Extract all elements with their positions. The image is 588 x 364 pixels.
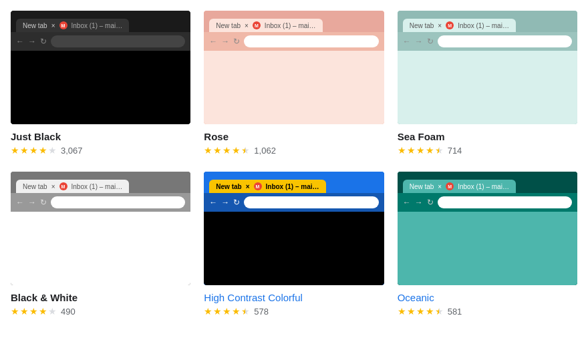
theme-name-rose: Rose [204,131,384,142]
theme-preview-just-black: New tab × M Inbox (1) – mai… ← → ↻ [11,11,190,124]
review-count-black-white: 490 [61,307,76,317]
stars-high-contrast-colorful: ★ ★ ★ ★ ★ [204,306,250,317]
address-bar: ← → ↻ [11,32,190,51]
address-bar: ← → ↻ [204,193,384,212]
address-bar: ← → ↻ [204,32,384,51]
theme-name-black-white: Black & White [11,292,190,303]
theme-name-high-contrast-colorful: High Contrast Colorful [204,292,384,303]
address-bar: ← → ↻ [11,193,190,212]
theme-card-sea-foam[interactable]: New tab × M Inbox (1) – mai… ← → ↻ Sea F… [398,11,577,156]
theme-card-oceanic[interactable]: New tab × M Inbox (1) – mai… ← → ↻ Ocean… [398,172,577,317]
review-count-oceanic: 581 [448,307,462,317]
rating-row-oceanic: ★ ★ ★ ★ ★ 581 [398,306,577,317]
theme-preview-sea-foam: New tab × M Inbox (1) – mai… ← → ↻ [398,11,577,124]
rating-row-high-contrast-colorful: ★ ★ ★ ★ ★ 578 [204,306,384,317]
browser-tab: New tab × M Inbox (1) – mai… [16,19,129,32]
theme-preview-black-white: New tab × M Inbox (1) – mai… ← → ↻ [11,172,190,285]
stars-rose: ★ ★ ★ ★ ★ [204,145,250,156]
theme-preview-high-contrast-colorful: New tab × M Inbox (1) – mai… ← → ↻ [204,172,384,285]
theme-name-oceanic: Oceanic [398,292,577,303]
browser-tab: New tab × M Inbox (1) – mai… [209,180,325,193]
address-bar: ← → ↻ [398,32,577,51]
review-count-sea-foam: 714 [448,146,462,156]
theme-name-sea-foam: Sea Foam [398,131,577,142]
review-count-high-contrast-colorful: 578 [254,307,269,317]
theme-card-black-white[interactable]: New tab × M Inbox (1) – mai… ← → ↻ Black… [11,172,190,317]
stars-oceanic: ★ ★ ★ ★ ★ [398,306,444,317]
theme-card-rose[interactable]: New tab × M Inbox (1) – mai… ← → ↻ Rose [204,11,384,156]
address-bar: ← → ↻ [398,193,577,212]
theme-name-just-black: Just Black [11,131,190,142]
theme-preview-rose: New tab × M Inbox (1) – mai… ← → ↻ [204,11,384,124]
browser-tab: New tab × M Inbox (1) – mai… [403,19,516,32]
theme-card-high-contrast-colorful[interactable]: New tab × M Inbox (1) – mai… ← → ↻ High … [204,172,384,317]
stars-black-white: ★ ★ ★ ★ ★ [11,306,57,317]
browser-tab: New tab × M Inbox (1) – mai… [209,19,322,32]
rating-row-rose: ★ ★ ★ ★ ★ 1,062 [204,145,384,156]
theme-card-just-black[interactable]: New tab × M Inbox (1) – mai… ← → ↻ Just … [11,11,190,156]
rating-row-sea-foam: ★ ★ ★ ★ ★ 714 [398,145,577,156]
theme-preview-oceanic: New tab × M Inbox (1) – mai… ← → ↻ [398,172,577,285]
rating-row-black-white: ★ ★ ★ ★ ★ 490 [11,306,190,317]
review-count-just-black: 3,067 [61,146,83,156]
browser-tab: New tab × M Inbox (1) – mai… [403,180,516,193]
stars-just-black: ★ ★ ★ ★ ★ [11,145,57,156]
rating-row-just-black: ★ ★ ★ ★ ★ 3,067 [11,145,190,156]
stars-sea-foam: ★ ★ ★ ★ ★ [398,145,444,156]
browser-tab: New tab × M Inbox (1) – mai… [16,180,129,193]
themes-grid: New tab × M Inbox (1) – mai… ← → ↻ Just … [11,11,577,317]
review-count-rose: 1,062 [254,146,276,156]
